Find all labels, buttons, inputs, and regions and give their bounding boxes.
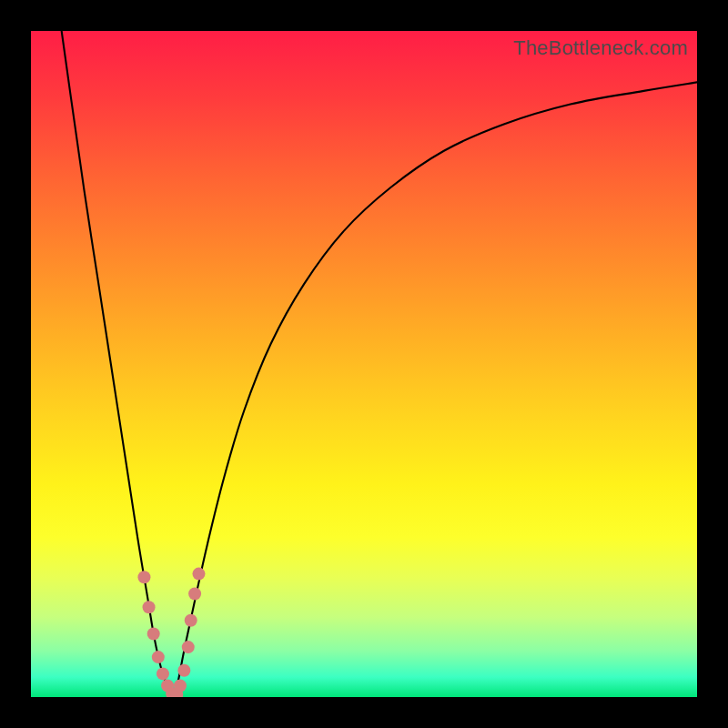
chart-frame: TheBottleneck.com: [0, 0, 728, 728]
left-branch-curve: [62, 31, 173, 697]
chart-svg: [31, 31, 697, 697]
marker-dot: [157, 667, 169, 680]
curve-layer: [62, 31, 697, 697]
marker-layer: [137, 568, 205, 697]
marker-dot: [185, 614, 197, 627]
marker-dot: [177, 664, 190, 677]
marker-dot: [152, 651, 165, 663]
marker-dot: [147, 627, 160, 640]
marker-dot: [182, 641, 195, 653]
marker-dot: [192, 568, 205, 581]
marker-dot: [143, 601, 156, 613]
chart-plot-area: TheBottleneck.com: [31, 31, 697, 697]
marker-dot: [174, 680, 187, 693]
marker-dot: [188, 588, 201, 601]
right-branch-curve: [172, 82, 697, 697]
marker-dot: [137, 571, 150, 583]
